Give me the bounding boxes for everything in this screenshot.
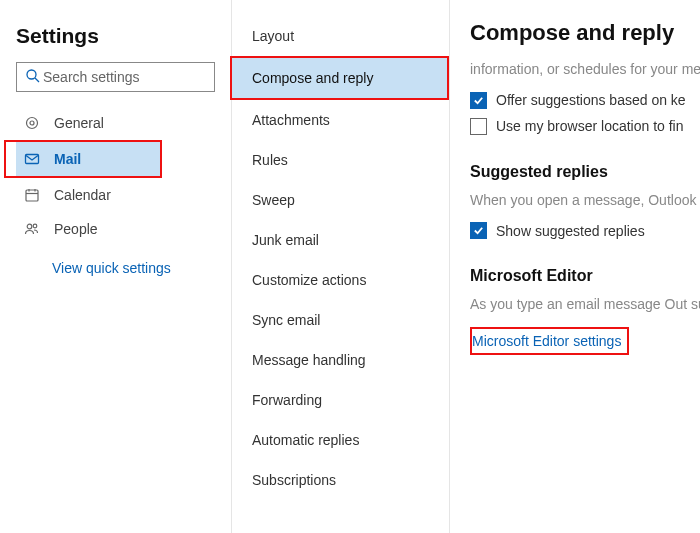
settings-content-panel: Compose and reply information, or schedu… [450, 0, 700, 533]
sidebar-item-general[interactable]: General [16, 106, 215, 140]
submenu-message-handling[interactable]: Message handling [232, 340, 449, 380]
submenu-automatic-replies[interactable]: Automatic replies [232, 420, 449, 460]
submenu-sync-email[interactable]: Sync email [232, 300, 449, 340]
calendar-icon [24, 187, 40, 203]
sidebar-item-label: Calendar [54, 187, 111, 203]
section-microsoft-editor: Microsoft Editor [470, 267, 700, 285]
sidebar-item-people[interactable]: People [16, 212, 215, 246]
people-icon [24, 221, 40, 237]
svg-point-9 [27, 224, 32, 229]
editor-desc: As you type an email message Out suggest… [470, 295, 700, 315]
suggested-replies-desc: When you open a message, Outlook sending… [470, 191, 700, 211]
view-quick-settings-link[interactable]: View quick settings [16, 246, 215, 276]
checkbox-icon [470, 222, 487, 239]
search-input[interactable] [41, 68, 220, 86]
gear-icon [24, 115, 40, 131]
checkbox-show-suggested[interactable]: Show suggested replies [470, 222, 700, 239]
submenu-rules[interactable]: Rules [232, 140, 449, 180]
section-suggested-replies: Suggested replies [470, 163, 700, 181]
search-settings-box[interactable] [16, 62, 215, 92]
mail-submenu: Layout Compose and reply Attachments Rul… [232, 0, 450, 533]
intro-fragment: information, or schedules for your messa… [470, 60, 700, 80]
submenu-layout[interactable]: Layout [232, 16, 449, 56]
submenu-compose-and-reply[interactable]: Compose and reply [232, 58, 447, 98]
settings-sidebar: Settings General Mail [0, 0, 232, 533]
submenu-attachments[interactable]: Attachments [232, 100, 449, 140]
svg-point-3 [30, 121, 34, 125]
checkbox-icon [470, 118, 487, 135]
checkbox-browser-location[interactable]: Use my browser location to fin [470, 118, 700, 135]
submenu-junk-email[interactable]: Junk email [232, 220, 449, 260]
panel-title: Compose and reply [470, 20, 700, 46]
submenu-sweep[interactable]: Sweep [232, 180, 449, 220]
svg-rect-5 [26, 190, 38, 201]
checkbox-label: Show suggested replies [496, 223, 645, 239]
sidebar-item-label: General [54, 115, 104, 131]
microsoft-editor-settings-link[interactable]: Microsoft Editor settings [472, 333, 621, 349]
checkbox-icon [470, 92, 487, 109]
submenu-subscriptions[interactable]: Subscriptions [232, 460, 449, 500]
checkbox-label: Offer suggestions based on ke [496, 92, 686, 108]
svg-point-2 [27, 118, 38, 129]
submenu-customize-actions[interactable]: Customize actions [232, 260, 449, 300]
svg-point-0 [27, 70, 36, 79]
svg-point-10 [33, 224, 37, 228]
mail-icon [24, 151, 40, 167]
sidebar-item-label: People [54, 221, 98, 237]
search-icon [25, 68, 41, 87]
settings-title: Settings [16, 24, 215, 48]
checkbox-offer-suggestions[interactable]: Offer suggestions based on ke [470, 92, 700, 109]
checkbox-label: Use my browser location to fin [496, 118, 684, 134]
sidebar-item-calendar[interactable]: Calendar [16, 178, 215, 212]
sidebar-item-mail[interactable]: Mail [16, 142, 160, 176]
submenu-forwarding[interactable]: Forwarding [232, 380, 449, 420]
svg-line-1 [35, 78, 39, 82]
sidebar-item-label: Mail [54, 151, 81, 167]
